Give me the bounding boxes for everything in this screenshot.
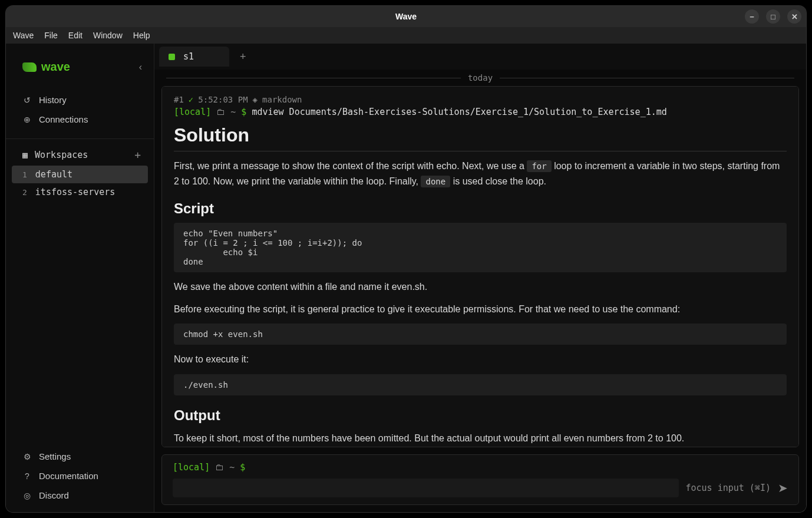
- block-mode: markdown: [262, 95, 302, 104]
- documentation-label: Documentation: [39, 471, 98, 481]
- main-area: s1 + today #1 ✓ 5:52:03 PM ◈ markdown [l: [154, 44, 806, 512]
- app-window: Wave − □ ✕ Wave File Edit Window Help wa…: [6, 6, 806, 512]
- code-block: chmod +x even.sh: [174, 324, 787, 345]
- md-paragraph: Before executing the script, it is gener…: [174, 302, 787, 317]
- prompt-symbol: $: [241, 107, 246, 117]
- history-label: History: [39, 95, 67, 105]
- sidebar: wave ‹ ↺ History ⊕ Connections ▦ Workspa: [6, 44, 154, 512]
- gear-icon: ⚙: [22, 452, 32, 461]
- discord-icon: ◎: [22, 491, 32, 500]
- md-heading-solution: Solution: [174, 124, 787, 151]
- sidebar-item-settings[interactable]: ⚙ Settings: [6, 447, 154, 466]
- inline-code: for: [527, 160, 551, 172]
- block-time: 5:52:03 PM: [198, 95, 247, 104]
- day-divider: today: [154, 70, 806, 86]
- collapse-sidebar-button[interactable]: ‹: [139, 62, 142, 72]
- add-tab-button[interactable]: +: [234, 51, 252, 63]
- prompt-symbol: $: [240, 462, 245, 473]
- workspaces-label: Workspaces: [35, 150, 88, 160]
- menu-window[interactable]: Window: [93, 31, 123, 40]
- prompt-local: [local]: [174, 107, 211, 117]
- tab-label: s1: [183, 51, 194, 62]
- logo-text: wave: [41, 60, 70, 74]
- block-id: #1: [174, 95, 184, 104]
- check-icon: ✓: [189, 95, 193, 104]
- workspace-number: 2: [22, 188, 27, 197]
- output-block[interactable]: #1 ✓ 5:52:03 PM ◈ markdown [local] 🗀 ~ $…: [161, 86, 799, 447]
- prompt-path: ~: [229, 462, 235, 473]
- tab-status-icon: [169, 54, 175, 60]
- md-paragraph: Now to execute it:: [174, 352, 787, 367]
- sidebar-item-connections[interactable]: ⊕ Connections: [6, 110, 154, 129]
- day-label: today: [468, 73, 493, 83]
- inline-code: done: [421, 176, 450, 187]
- app-body: wave ‹ ↺ History ⊕ Connections ▦ Workspa: [6, 44, 806, 512]
- discord-label: Discord: [39, 490, 69, 500]
- divider: [6, 138, 154, 139]
- logo: wave: [22, 60, 70, 74]
- sidebar-bottom: ⚙ Settings ? Documentation ◎ Discord: [6, 447, 154, 512]
- input-prompt: [local] 🗀 ~ $: [173, 462, 788, 473]
- md-paragraph: First, we print a message to show the co…: [174, 159, 787, 189]
- workspace-item-itsfoss[interactable]: 2 itsfoss-servers: [6, 183, 154, 201]
- tab-s1[interactable]: s1: [159, 47, 229, 67]
- maximize-button[interactable]: □: [766, 9, 780, 24]
- send-icon[interactable]: ➤: [778, 481, 788, 495]
- menu-wave[interactable]: Wave: [13, 31, 34, 40]
- workspace-item-default[interactable]: 1 default: [12, 166, 148, 183]
- help-icon: ?: [22, 471, 32, 481]
- command-line: [local] 🗀 ~ $ mdview Documents/Bash-Exer…: [174, 107, 787, 117]
- md-heading-script: Script: [174, 200, 787, 217]
- divider-line: [500, 78, 794, 78]
- wave-logo-icon: [22, 62, 37, 72]
- menu-help[interactable]: Help: [133, 31, 150, 40]
- code-block: echo "Even numbers" for ((i = 2 ; i <= 1…: [174, 223, 787, 272]
- workspace-name: itsfoss-servers: [35, 187, 115, 197]
- markdown-output: Solution First, we print a message to sh…: [174, 124, 787, 446]
- folder-icon: 🗀: [215, 462, 229, 473]
- tabbar: s1 +: [154, 44, 806, 70]
- settings-label: Settings: [39, 451, 71, 461]
- minimize-button[interactable]: −: [745, 9, 759, 24]
- prompt-path: ~: [230, 107, 236, 117]
- folder-icon: 🗀: [216, 107, 230, 117]
- command-meta: #1 ✓ 5:52:03 PM ◈ markdown: [174, 95, 787, 104]
- sidebar-item-discord[interactable]: ◎ Discord: [6, 486, 154, 505]
- logo-row: wave ‹: [6, 44, 154, 85]
- menubar: Wave File Edit Window Help: [6, 27, 806, 44]
- divider-line: [166, 78, 461, 78]
- md-paragraph: We save the above content within a file …: [174, 279, 787, 295]
- focus-hint: focus input (⌘I): [686, 483, 771, 493]
- workspace-name: default: [35, 169, 72, 180]
- command-text: mdview Documents/Bash-Exercises-Solution…: [252, 107, 666, 117]
- prompt-local: [local]: [173, 462, 210, 473]
- add-workspace-button[interactable]: +: [134, 149, 141, 161]
- workspaces-header: ▦ Workspaces +: [6, 144, 154, 166]
- connections-label: Connections: [39, 114, 88, 124]
- history-icon: ↺: [22, 95, 32, 105]
- command-input[interactable]: [173, 479, 679, 497]
- sidebar-nav: ↺ History ⊕ Connections: [6, 85, 154, 134]
- menu-edit[interactable]: Edit: [68, 31, 82, 40]
- sidebar-item-documentation[interactable]: ? Documentation: [6, 466, 154, 486]
- globe-icon: ⊕: [22, 115, 32, 124]
- md-heading-output: Output: [174, 407, 787, 424]
- close-button[interactable]: ✕: [787, 9, 801, 24]
- input-row: focus input (⌘I) ➤: [173, 479, 788, 497]
- titlebar: Wave − □ ✕: [6, 6, 806, 27]
- menu-file[interactable]: File: [44, 31, 58, 40]
- sidebar-item-history[interactable]: ↺ History: [6, 90, 154, 110]
- workspace-number: 1: [22, 170, 27, 179]
- code-block: ./even.sh: [174, 374, 787, 395]
- window-title: Wave: [395, 12, 417, 21]
- md-paragraph: To keep it short, most of the numbers ha…: [174, 431, 787, 446]
- command-input-box: [local] 🗀 ~ $ focus input (⌘I) ➤: [161, 454, 799, 505]
- diamond-icon: ◈: [253, 95, 258, 104]
- window-controls: − □ ✕: [745, 9, 801, 24]
- grid-icon: ▦: [22, 150, 28, 160]
